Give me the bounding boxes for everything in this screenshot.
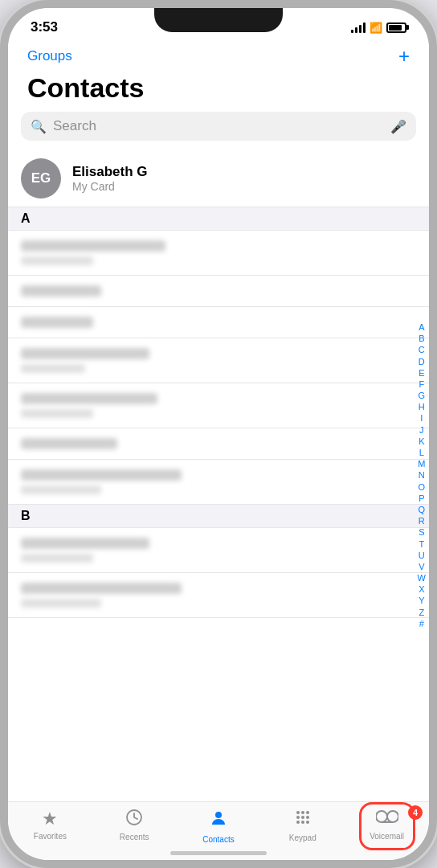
svg-point-3	[301, 811, 304, 814]
list-item[interactable]	[8, 428, 429, 460]
list-item[interactable]	[8, 231, 429, 276]
list-item[interactable]	[8, 307, 429, 338]
status-icons: 📶	[351, 22, 406, 34]
alpha-b[interactable]: B	[418, 334, 426, 344]
alpha-s[interactable]: S	[418, 527, 426, 538]
svg-point-10	[306, 821, 309, 824]
add-contact-button[interactable]: +	[398, 47, 410, 66]
voicemail-badge: 4	[408, 805, 423, 820]
contacts-list: EG Elisabeth G My Card A	[8, 150, 429, 801]
search-input[interactable]: Search	[53, 118, 384, 134]
tab-contacts[interactable]: Contacts	[177, 809, 261, 844]
list-item[interactable]	[8, 276, 429, 307]
svg-point-9	[301, 821, 304, 824]
alpha-r[interactable]: R	[418, 516, 426, 526]
microphone-icon[interactable]: 🎤	[390, 119, 406, 134]
contact-name-blur	[21, 583, 182, 594]
contacts-label: Contacts	[202, 835, 234, 844]
alpha-w[interactable]: W	[418, 573, 426, 583]
alpha-o[interactable]: O	[418, 482, 426, 493]
list-item[interactable]	[8, 528, 429, 573]
alpha-c[interactable]: C	[418, 345, 426, 355]
alphabet-index[interactable]: A B C D E F G H I J K L M N O P Q R S T	[415, 150, 429, 801]
contact-detail-blur	[21, 409, 93, 418]
search-bar[interactable]: 🔍 Search 🎤	[21, 112, 416, 141]
contact-name-blur	[21, 348, 149, 359]
alpha-d[interactable]: D	[418, 357, 426, 367]
signal-bars-icon	[351, 23, 366, 33]
contact-detail-blur	[21, 554, 93, 563]
alpha-u[interactable]: U	[418, 551, 426, 561]
alpha-f[interactable]: F	[418, 379, 426, 390]
favorites-label: Favorites	[34, 832, 67, 841]
contact-name-blur	[21, 469, 182, 481]
my-card-info: Elisabeth G My Card	[72, 164, 148, 193]
my-card-subtitle: My Card	[72, 180, 148, 193]
tab-recents[interactable]: Recents	[92, 809, 177, 844]
recents-icon	[125, 809, 143, 830]
alpha-q[interactable]: Q	[418, 505, 426, 515]
my-card-row[interactable]: EG Elisabeth G My Card	[8, 150, 429, 207]
groups-button[interactable]: Groups	[27, 48, 72, 64]
section-header-b: B	[8, 505, 429, 528]
recents-label: Recents	[120, 833, 149, 841]
contact-detail-blur	[21, 364, 85, 373]
home-indicator	[170, 851, 267, 855]
tab-keypad[interactable]: Keypad	[260, 809, 345, 844]
alpha-j[interactable]: J	[418, 425, 426, 436]
status-time: 3:53	[31, 19, 58, 35]
tab-favorites[interactable]: ★ Favorites	[8, 809, 92, 844]
search-container: 🔍 Search 🎤	[8, 112, 429, 150]
contact-name-blur	[21, 438, 117, 449]
alpha-p[interactable]: P	[418, 493, 426, 504]
alpha-x[interactable]: X	[418, 584, 426, 595]
contact-name-blur	[21, 240, 165, 252]
contact-name-blur	[21, 285, 101, 297]
alpha-k[interactable]: K	[418, 436, 426, 447]
alpha-m[interactable]: M	[418, 459, 426, 469]
alpha-y[interactable]: Y	[418, 596, 426, 606]
alpha-l[interactable]: L	[418, 448, 426, 458]
svg-point-7	[306, 816, 309, 819]
alpha-n[interactable]: N	[418, 470, 426, 481]
battery-icon	[386, 23, 406, 33]
my-card-name: Elisabeth G	[72, 164, 148, 180]
contact-name-blur	[21, 538, 149, 549]
voicemail-highlight	[359, 802, 415, 850]
search-icon: 🔍	[31, 119, 47, 134]
keypad-label: Keypad	[289, 833, 317, 842]
tab-voicemail[interactable]: 4 Voicemail	[345, 809, 429, 844]
contact-detail-blur	[21, 599, 101, 608]
alpha-hash[interactable]: #	[418, 619, 426, 629]
contacts-icon	[209, 809, 228, 833]
contact-detail-blur	[21, 256, 93, 265]
svg-point-8	[296, 821, 300, 824]
page-title: Contacts	[8, 69, 429, 112]
alpha-a[interactable]: A	[418, 322, 426, 333]
alpha-e[interactable]: E	[418, 368, 426, 379]
alpha-z[interactable]: Z	[418, 608, 426, 618]
svg-point-2	[296, 811, 300, 814]
section-header-a: A	[8, 207, 429, 231]
avatar: EG	[21, 158, 61, 199]
alpha-h[interactable]: H	[418, 402, 426, 412]
contact-name-blur	[21, 393, 157, 404]
alpha-g[interactable]: G	[418, 391, 426, 401]
svg-point-5	[296, 816, 300, 819]
list-item[interactable]	[8, 383, 429, 428]
list-item[interactable]	[8, 460, 429, 505]
alpha-i[interactable]: I	[418, 413, 426, 424]
keypad-icon	[294, 809, 312, 831]
phone-frame: 3:53 📶 Groups + Contacts	[0, 0, 437, 868]
svg-point-4	[306, 811, 309, 814]
wifi-icon: 📶	[370, 22, 382, 34]
list-item[interactable]	[8, 573, 429, 618]
alpha-v[interactable]: V	[418, 562, 426, 572]
alpha-t[interactable]: T	[418, 539, 426, 550]
contact-name-blur	[21, 317, 93, 328]
svg-point-6	[301, 816, 304, 819]
list-item[interactable]	[8, 338, 429, 383]
favorites-icon: ★	[42, 809, 58, 829]
nav-bar: Groups +	[8, 42, 429, 69]
svg-point-1	[215, 812, 222, 818]
